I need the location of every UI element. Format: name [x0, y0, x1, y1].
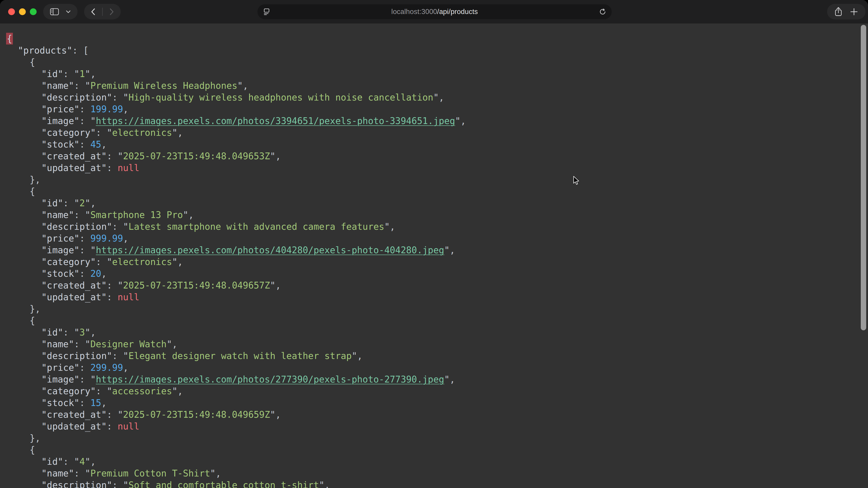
forward-button[interactable]	[110, 8, 114, 15]
json-key: "name"	[41, 339, 74, 349]
json-token: :	[74, 468, 85, 479]
json-link[interactable]: https://images.pexels.com/photos/3394651…	[96, 116, 455, 126]
json-token: :	[107, 410, 118, 420]
json-token: ,	[276, 151, 281, 161]
json-line: "created_at": "2025-07-23T15:49:48.04965…	[6, 409, 868, 420]
json-key: "image"	[41, 245, 80, 255]
json-token: ,	[123, 104, 128, 114]
json-token: "	[123, 351, 128, 361]
json-token: "	[352, 351, 357, 361]
json-response-view: {"products": [{"id": "1","name": "Premiu…	[0, 24, 868, 488]
json-token: ,	[276, 280, 281, 291]
json-token: ,	[216, 468, 221, 479]
json-token: "	[118, 410, 123, 420]
json-link[interactable]: https://images.pexels.com/photos/404280/…	[96, 245, 444, 255]
json-token: :	[63, 327, 74, 337]
json-line: "id": "3",	[6, 326, 868, 338]
reload-icon[interactable]	[599, 8, 606, 15]
scrollbar-thumb[interactable]	[861, 25, 866, 330]
json-token: "	[118, 280, 123, 291]
json-token: :	[107, 151, 118, 161]
json-token: ,	[178, 257, 183, 267]
json-token: :	[80, 398, 90, 408]
json-null: null	[118, 163, 139, 173]
json-token: "	[444, 374, 450, 385]
json-token: :	[74, 210, 85, 220]
json-token: :	[80, 116, 90, 126]
json-token: {	[30, 445, 35, 455]
json-token: "	[210, 468, 216, 479]
new-tab-icon[interactable]	[850, 7, 858, 16]
json-token: "	[319, 480, 324, 488]
browser-toolbar: localhost:3000/api/products	[0, 0, 868, 24]
json-number: 20	[90, 268, 101, 279]
sidebar-toggle-icon[interactable]	[50, 8, 59, 15]
json-token: ,	[101, 139, 107, 150]
back-button[interactable]	[91, 8, 95, 15]
json-line: "name": "Smartphone 13 Pro",	[6, 209, 868, 221]
share-icon[interactable]	[834, 7, 842, 17]
json-token: :	[80, 362, 90, 373]
address-bar[interactable]: localhost:3000/api/products	[257, 4, 612, 19]
json-token: ,	[450, 245, 455, 255]
json-token: "	[85, 456, 90, 467]
json-line: {	[6, 186, 868, 197]
json-key: "created_at"	[41, 280, 107, 291]
json-token: "	[74, 69, 80, 79]
sidebar-tab-group	[43, 4, 78, 20]
json-number: 45	[90, 139, 101, 150]
json-token: :	[96, 386, 107, 396]
json-token: "	[90, 245, 96, 255]
json-token: "	[270, 151, 275, 161]
json-key: "image"	[41, 116, 80, 126]
json-key: "price"	[41, 362, 80, 373]
json-key: "id"	[41, 69, 63, 79]
json-line: "updated_at": null	[6, 420, 868, 432]
json-token: "	[85, 198, 90, 208]
json-null: null	[118, 292, 139, 302]
json-string: Elegant designer watch with leather stra…	[128, 351, 351, 361]
json-token: "	[123, 92, 128, 103]
json-line: "id": "2",	[6, 197, 868, 209]
json-token: ,	[172, 339, 178, 349]
zoom-button[interactable]	[30, 8, 37, 15]
json-key: "description"	[41, 92, 112, 103]
minimize-button[interactable]	[19, 8, 26, 15]
json-link[interactable]: https://images.pexels.com/photos/277390/…	[96, 374, 444, 385]
json-line: "description": "Elegant designer watch w…	[6, 350, 868, 362]
json-line: "stock": 20,	[6, 268, 868, 280]
json-string: Premium Cotton T-Shirt	[90, 468, 210, 479]
json-line: "category": "electronics",	[6, 256, 868, 268]
json-number: 15	[90, 398, 101, 408]
nav-button-group	[84, 4, 121, 20]
json-line: "updated_at": null	[6, 162, 868, 174]
json-token: ,	[90, 327, 96, 337]
json-string: Smartphone 13 Pro	[90, 210, 183, 220]
json-token: ,	[390, 221, 395, 232]
close-button[interactable]	[8, 8, 15, 15]
json-token: ,	[450, 374, 455, 385]
json-key: "name"	[41, 210, 74, 220]
json-token: "	[107, 257, 112, 267]
json-token: "	[123, 480, 128, 488]
json-token: "	[85, 69, 90, 79]
json-token: },	[30, 174, 40, 185]
json-token: ,	[90, 456, 96, 467]
json-string: electronics	[112, 257, 172, 267]
json-string: Premium Wireless Headphones	[90, 80, 237, 91]
json-line: "name": "Designer Watch",	[6, 338, 868, 350]
json-token: "	[85, 468, 90, 479]
chevron-down-icon[interactable]	[66, 10, 71, 13]
json-line: },	[6, 174, 868, 186]
json-token: "	[74, 456, 80, 467]
json-line: "stock": 15,	[6, 397, 868, 409]
json-token: ,	[123, 362, 128, 373]
json-string: electronics	[112, 127, 172, 138]
json-token: :	[80, 104, 90, 114]
highlighted-open-brace: {	[6, 33, 13, 44]
json-key: "category"	[41, 127, 96, 138]
json-token: "	[455, 116, 460, 126]
json-token: "	[74, 327, 80, 337]
json-document: {"products": [{"id": "1","name": "Premiu…	[0, 24, 868, 488]
json-token: "	[444, 245, 450, 255]
